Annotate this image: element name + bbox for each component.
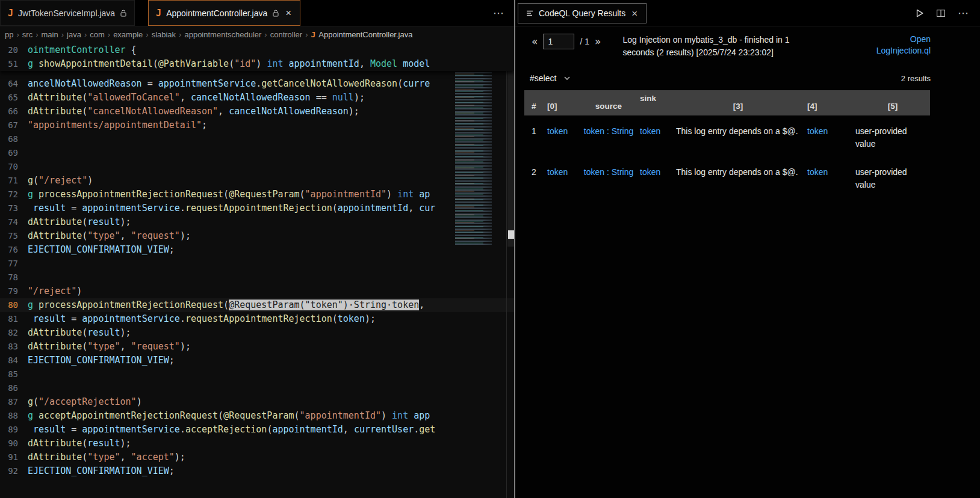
line-number[interactable]: 71 <box>0 174 28 188</box>
line-number[interactable]: 76 <box>0 243 28 257</box>
tab-jwttokenserviceimpl[interactable]: J JwtTokenServiceImpl.java <box>0 0 135 26</box>
tab-appointmentcontroller[interactable]: J AppointmentController.java × <box>148 0 300 26</box>
line-number[interactable]: 92 <box>0 464 28 478</box>
select-dropdown[interactable]: #select <box>530 73 571 83</box>
code-line-73[interactable]: 73 result = appointmentService.requestAp… <box>0 201 514 215</box>
breadcrumb-item[interactable]: controller <box>270 30 302 39</box>
result-link[interactable]: token <box>635 166 672 179</box>
line-number[interactable]: 82 <box>0 326 28 340</box>
line-number[interactable]: 72 <box>0 188 28 201</box>
code-line-74[interactable]: 74dAttribute(result); <box>0 215 514 229</box>
breadcrumb-file[interactable]: JAppointmentController.java <box>311 30 413 39</box>
breadcrumb-separator-icon: › <box>179 30 181 39</box>
code-line-68[interactable]: 68 <box>0 132 514 146</box>
run-query-icon[interactable] <box>914 8 924 18</box>
more-actions-icon[interactable]: ⋯ <box>958 7 969 20</box>
line-number[interactable]: 51 <box>0 57 28 71</box>
breadcrumb-item[interactable]: com <box>90 30 105 39</box>
code-line-65[interactable]: 65dAttribute("allowedToCancel", cancelNo… <box>0 91 514 105</box>
line-number[interactable]: 75 <box>0 229 28 243</box>
line-number[interactable]: 86 <box>0 381 28 395</box>
line-number[interactable]: 69 <box>0 146 28 160</box>
breadcrumb-item[interactable]: slabiak <box>152 30 176 39</box>
code-line-67[interactable]: 67"appointments/appointmentDetail"; <box>0 118 514 132</box>
code-line-87[interactable]: 87g("/acceptRejection") <box>0 395 514 409</box>
code-line-76[interactable]: 76EJECTION_CONFIRMATION_VIEW; <box>0 243 514 257</box>
line-number[interactable]: 81 <box>0 312 28 326</box>
line-number[interactable]: 89 <box>0 423 28 437</box>
result-link[interactable]: token <box>544 125 582 138</box>
line-number[interactable]: 85 <box>0 367 28 381</box>
line-number[interactable]: 88 <box>0 409 28 423</box>
breadcrumb-item[interactable]: java <box>67 30 81 39</box>
minimap[interactable] <box>455 42 506 245</box>
result-link[interactable]: token <box>804 125 852 138</box>
scrollbar-thumb[interactable] <box>507 42 514 247</box>
line-number[interactable]: 73 <box>0 201 28 215</box>
code-line-20[interactable]: 20ointmentController { <box>0 43 514 57</box>
editor-scrollbar[interactable] <box>506 42 514 498</box>
code-line-86[interactable]: 86 <box>0 381 514 395</box>
line-number[interactable]: 77 <box>0 257 28 271</box>
line-number[interactable]: 20 <box>0 43 28 57</box>
result-link[interactable]: token <box>804 166 852 179</box>
page-number-input[interactable] <box>543 34 574 49</box>
line-number[interactable]: 66 <box>0 105 28 118</box>
code-line-69[interactable]: 69 <box>0 146 514 160</box>
line-number[interactable]: 91 <box>0 450 28 464</box>
code-line-64[interactable]: 64ancelNotAllowedReason = appointmentSer… <box>0 77 514 91</box>
result-link[interactable]: token : String <box>582 166 635 179</box>
line-number[interactable]: 74 <box>0 215 28 229</box>
line-number[interactable]: 79 <box>0 284 28 298</box>
code-line-83[interactable]: 83dAttribute("type", "request"); <box>0 340 514 354</box>
line-number[interactable]: 83 <box>0 340 28 354</box>
line-number[interactable]: 78 <box>0 271 28 284</box>
code-line-78[interactable]: 78 <box>0 271 514 284</box>
breadcrumb-item[interactable]: example <box>113 30 143 39</box>
code-text <box>28 271 514 284</box>
code-line-82[interactable]: 82dAttribute(result); <box>0 326 514 340</box>
open-query-file-link[interactable]: Open LogInjection.ql <box>863 34 931 57</box>
line-number[interactable]: 68 <box>0 132 28 146</box>
code-line-92[interactable]: 92EJECTION_CONFIRMATION_VIEW; <box>0 464 514 478</box>
code-line-51[interactable]: 51g showAppointmentDetail(@PathVariable(… <box>0 57 514 71</box>
tab-codeql-query-results[interactable]: CodeQL Query Results × <box>518 3 647 23</box>
code-line-90[interactable]: 90dAttribute(result); <box>0 437 514 450</box>
code-line-71[interactable]: 71g("/reject") <box>0 174 514 188</box>
code-line-84[interactable]: 84EJECTION_CONFIRMATION_VIEW; <box>0 354 514 367</box>
split-editor-icon[interactable] <box>936 8 946 18</box>
more-actions-icon[interactable]: ⋯ <box>493 7 504 20</box>
code-line-80[interactable]: 80g processAppointmentRejectionRequest(@… <box>0 298 514 312</box>
close-tab-icon[interactable]: × <box>630 8 639 19</box>
line-number[interactable]: 80 <box>0 298 28 312</box>
code-line-66[interactable]: 66dAttribute("cancelNotAllowedReason", c… <box>0 105 514 118</box>
code-line-91[interactable]: 91dAttribute("type", "accept"); <box>0 450 514 464</box>
close-tab-icon[interactable]: × <box>284 8 293 18</box>
code-line-89[interactable]: 89 result = appointmentService.acceptRej… <box>0 423 514 437</box>
query-status-text: Log Injection on mybatis_3_db - finished… <box>622 34 822 59</box>
breadcrumb-item[interactable]: appointmentscheduler <box>184 30 261 39</box>
code-line-77[interactable]: 77 <box>0 257 514 271</box>
result-link[interactable]: token : String <box>582 125 635 138</box>
breadcrumb-item[interactable]: main <box>42 30 58 39</box>
line-number[interactable]: 84 <box>0 354 28 367</box>
code-line-88[interactable]: 88g acceptAppointmentRejectionRequest(@R… <box>0 409 514 423</box>
code-line-70[interactable]: 70 <box>0 160 514 174</box>
code-line-75[interactable]: 75dAttribute("type", "request"); <box>0 229 514 243</box>
code-line-79[interactable]: 79"/reject") <box>0 284 514 298</box>
code-line-81[interactable]: 81 result = appointmentService.requestAp… <box>0 312 514 326</box>
line-number[interactable]: 67 <box>0 118 28 132</box>
line-number[interactable]: 64 <box>0 77 28 91</box>
line-number[interactable]: 65 <box>0 91 28 105</box>
code-line-85[interactable]: 85 <box>0 367 514 381</box>
breadcrumb-item[interactable]: src <box>22 30 33 39</box>
result-link[interactable]: token <box>544 166 582 179</box>
line-number[interactable]: 70 <box>0 160 28 174</box>
code-line-72[interactable]: 72g processAppointmentRejectionRequest(@… <box>0 188 514 201</box>
breadcrumb-item[interactable]: pp <box>5 30 13 39</box>
next-page-icon[interactable]: » <box>595 35 601 48</box>
line-number[interactable]: 90 <box>0 437 28 450</box>
result-link[interactable]: token <box>635 125 672 138</box>
line-number[interactable]: 87 <box>0 395 28 409</box>
prev-page-icon[interactable]: « <box>532 35 538 48</box>
